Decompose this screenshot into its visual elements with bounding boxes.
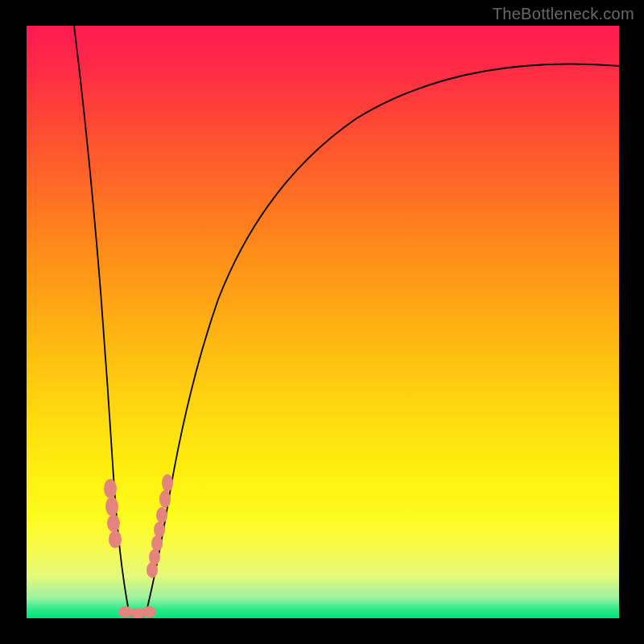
- watermark-text: TheBottleneck.com: [493, 5, 634, 23]
- marker-dot: [162, 474, 173, 492]
- marker-dot: [151, 535, 163, 551]
- marker-dot: [118, 606, 133, 617]
- curve-right-branch: [147, 64, 619, 611]
- marker-dot: [105, 497, 118, 516]
- bottleneck-curve: [27, 26, 619, 618]
- marker-dot: [156, 507, 167, 523]
- marker-dot: [107, 514, 120, 532]
- marker-dot: [142, 606, 156, 617]
- plot-area: [27, 26, 619, 618]
- marker-dot: [154, 522, 165, 538]
- marker-dot: [159, 490, 171, 508]
- marker-dot: [109, 530, 122, 548]
- marker-dot: [149, 549, 160, 565]
- chart-frame: TheBottleneck.com: [0, 0, 644, 644]
- curve-left-branch: [74, 26, 129, 611]
- marker-dot: [104, 479, 117, 498]
